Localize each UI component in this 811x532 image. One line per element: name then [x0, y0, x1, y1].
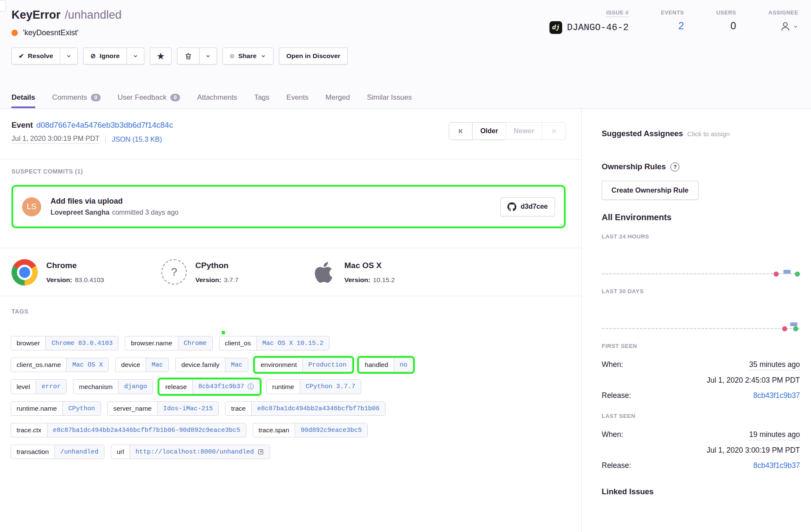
comments-count-badge: 0 — [91, 94, 101, 101]
trash-icon — [184, 52, 192, 60]
tag-value-link[interactable]: Mac — [225, 358, 248, 372]
commit-sha-button[interactable]: d3d7cee — [500, 197, 555, 216]
events-label: EVENTS — [661, 9, 684, 16]
oldest-event-button[interactable] — [449, 122, 473, 140]
event-pagination: Older Newer — [449, 122, 566, 144]
newer-event-button[interactable]: Newer — [506, 122, 542, 140]
issue-header: KeyError/unhandled 'keyDoesntExist' ISSU… — [0, 0, 811, 109]
tag-value-link[interactable]: no — [394, 358, 413, 372]
tag-browser-name: browser.nameChrome — [125, 336, 212, 350]
event-bar — [790, 322, 797, 326]
skip-to-last-icon — [550, 128, 557, 134]
newest-event-button[interactable] — [542, 122, 566, 140]
sparkline-baseline — [602, 273, 800, 274]
all-environments-title: All Environments — [602, 213, 800, 222]
tab-user-feedback[interactable]: User Feedback0 — [118, 93, 180, 108]
event-header: Eventd08d7667e4a5476eb3b3db6d7f14c84c Ju… — [11, 120, 173, 144]
event-id-link[interactable]: d08d7667e4a5476eb3b3db6d7f14c84c — [36, 120, 173, 129]
resolve-button[interactable]: ✔ Resolve — [11, 48, 60, 64]
event-bar — [783, 270, 791, 274]
tag-value-link[interactable]: /unhandled — [54, 445, 104, 459]
tag-value-link[interactable]: CPython 3.7.7 — [300, 380, 361, 394]
share-button[interactable]: Share — [222, 48, 273, 64]
assignee-dropdown[interactable] — [780, 21, 798, 32]
help-icon[interactable]: ? — [670, 162, 679, 171]
issue-titles: KeyError/unhandled 'keyDoesntExist' — [11, 8, 121, 37]
last-seen-relative: 19 minutes ago — [749, 430, 800, 440]
context-runtime: ? CPython Version:3.7.7 — [161, 259, 311, 286]
when-label: When: — [602, 430, 623, 439]
issue-details-page: KeyError/unhandled 'keyDoesntExist' ISSU… — [0, 0, 811, 532]
tab-comments[interactable]: Comments0 — [52, 93, 101, 108]
issue-short-id[interactable]: dj DJANGO-46-2 — [549, 21, 628, 34]
tag-value-link[interactable]: http://localhost:8000/unhandled — [130, 445, 270, 459]
tab-events[interactable]: Events — [287, 93, 309, 108]
user-icon — [780, 21, 791, 32]
tag-value-link[interactable]: Chrome — [178, 336, 212, 350]
github-icon — [507, 202, 516, 211]
tab-tags[interactable]: Tags — [254, 93, 270, 108]
tag-value-link[interactable]: 8cb43f1c9b37ⓘ — [192, 380, 259, 394]
tag-value-link[interactable]: Idos-iMac-215 — [157, 402, 218, 415]
ignore-dropdown-button[interactable] — [127, 48, 144, 64]
suspect-commit-annotation-box: LS Add files via upload Lovepreet Sangha… — [11, 185, 566, 228]
first-seen-release-link[interactable]: 8cb43f1c9b37 — [753, 391, 800, 400]
ignore-button[interactable]: ⊘ Ignore — [83, 48, 127, 64]
tag-browser: browserChrome 83.0.4103 — [11, 336, 118, 350]
delete-dropdown-button[interactable] — [199, 48, 217, 64]
tag-value-link[interactable]: Mac — [146, 358, 169, 372]
tag-value-link[interactable]: Production — [302, 358, 352, 372]
separator — [105, 135, 106, 143]
tag-trace: tracee8c87ba1dc494bb2a4346bcfbf7b1b06 — [225, 401, 386, 416]
tag-value-link[interactable]: e8c87ba1dc494bb2a4346bcfbf7b1b06 — [251, 402, 385, 415]
bookmark-button[interactable]: ★ — [150, 48, 172, 64]
tag-value-link[interactable]: Mac OS X 10.15.2 — [256, 336, 329, 350]
tag-release: release8cb43f1c9b37ⓘ — [159, 379, 260, 394]
tab-attachments[interactable]: Attachments — [197, 93, 237, 108]
context-name: Chrome — [46, 261, 104, 270]
last-seen-date: Jul 1, 2020 3:00:19 PM PDT — [602, 446, 800, 455]
tag-trace-span: trace.span90d892c9eace3bc5 — [253, 423, 368, 437]
open-in-discover-button[interactable]: Open in Discover — [279, 48, 347, 64]
issue-meta-stats: ISSUE # dj DJANGO-46-2 EVENTS 2 USERS 0 … — [549, 8, 798, 37]
last-seen-release-link[interactable]: 8cb43f1c9b37 — [753, 461, 800, 470]
tag-value-link[interactable]: error — [36, 380, 66, 394]
last-24-hours-label: LAST 24 HOURS — [602, 233, 800, 240]
tag-runtime: runtimeCPython 3.7.7 — [266, 379, 361, 394]
events-count[interactable]: 2 — [678, 20, 684, 32]
first-seen-date: Jul 1, 2020 2:45:03 PM PDT — [602, 376, 800, 385]
assignee-label: ASSIGNEE — [769, 9, 798, 16]
tab-details[interactable]: Details — [11, 93, 35, 108]
divider — [0, 159, 581, 160]
tag-device-family: device.familyMac — [175, 358, 248, 372]
tab-merged[interactable]: Merged — [326, 93, 350, 108]
issue-message: 'keyDoesntExist' — [23, 28, 79, 37]
first-seen-heading: FIRST SEEN — [602, 343, 800, 349]
users-count[interactable]: 0 — [730, 20, 736, 32]
create-ownership-rule-button[interactable]: Create Ownership Rule — [602, 181, 698, 200]
tag-value-link[interactable]: e8c87ba1dc494bb2a4346bcfbf7b1b06-90d892c… — [47, 423, 246, 437]
release-label: Release: — [602, 461, 631, 470]
delete-button[interactable] — [177, 48, 200, 64]
tag-device: deviceMac — [115, 358, 169, 372]
older-event-button[interactable]: Older — [472, 122, 506, 140]
chevron-down-icon — [205, 53, 211, 59]
tag-value-link[interactable]: 90d892c9eace3bc5 — [295, 423, 367, 437]
tab-similar-issues[interactable]: Similar Issues — [367, 93, 412, 108]
context-version: 3.7.7 — [224, 276, 238, 283]
tag-value-link[interactable]: CPython — [62, 402, 101, 415]
linked-issues-title: Linked Issues — [602, 487, 800, 496]
first-seen-relative: 35 minutes ago — [749, 360, 800, 370]
resolve-dropdown-button[interactable] — [60, 48, 78, 64]
tag-value-link[interactable]: Mac OS X — [66, 358, 108, 372]
event-json-link[interactable]: JSON (15.3 KB) — [112, 135, 162, 143]
tag-value-link[interactable]: django — [118, 380, 152, 394]
tag-value-link[interactable]: Chrome 83.0.4103 — [45, 336, 118, 350]
apple-icon — [311, 259, 336, 286]
feedback-count-badge: 0 — [170, 94, 180, 101]
skip-to-first-icon — [457, 128, 464, 134]
info-icon: ⓘ — [248, 383, 254, 391]
tag-client-os-name: client_os.nameMac OS X — [11, 358, 109, 372]
last-seen-marker — [793, 326, 798, 331]
tag-runtime-name: runtime.nameCPython — [11, 401, 101, 416]
